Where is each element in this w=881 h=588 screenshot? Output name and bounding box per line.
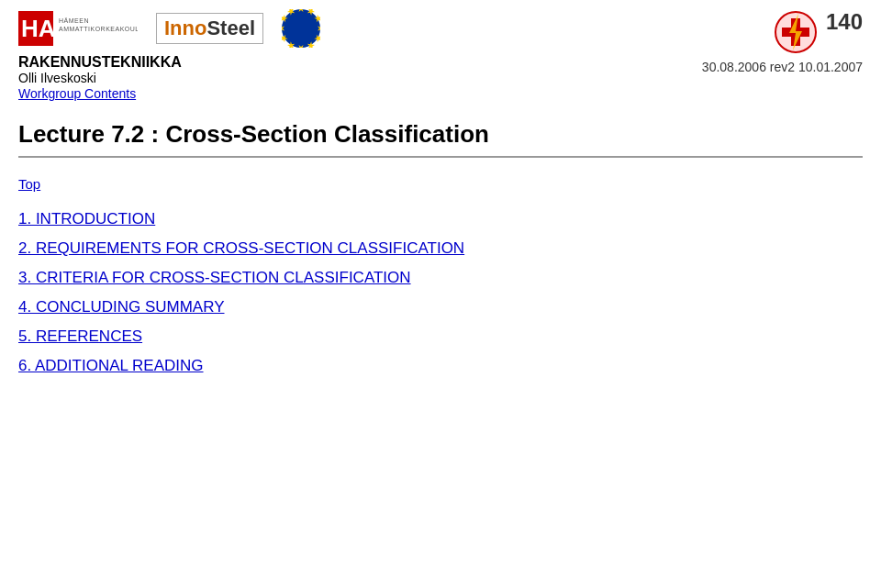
author-name: Olli Ilveskoski	[18, 71, 320, 85]
toc-item: 6. ADDITIONAL READING	[18, 357, 863, 375]
top-link[interactable]: Top	[18, 176, 40, 192]
toc-link[interactable]: 5. REFERENCES	[18, 327, 142, 345]
hamk-logo: HAMK HÄMEEN AMMATTIKORKEAKOULU	[18, 11, 138, 46]
page-header: HAMK HÄMEEN AMMATTIKORKEAKOULU InnoSteel	[0, 0, 881, 106]
toc-item: 5. REFERENCES	[18, 327, 863, 346]
header-right: 140 30.08.2006 rev2 10.01.2007	[702, 9, 863, 74]
innosteel-inno: Inno	[164, 17, 206, 39]
hamk-logo-svg: HAMK HÄMEEN AMMATTIKORKEAKOULU	[18, 11, 138, 46]
injury-icon-svg	[773, 9, 819, 55]
org-info: RAKENNUSTEKNIIKKA Olli Ilveskoski Workgr…	[18, 54, 320, 102]
date-info: 30.08.2006 rev2 10.01.2007	[702, 60, 863, 74]
table-of-contents: 1. INTRODUCTION2. REQUIREMENTS FOR CROSS…	[18, 210, 863, 375]
toc-link[interactable]: 2. REQUIREMENTS FOR CROSS-SECTION CLASSI…	[18, 239, 464, 257]
eu-flag-svg	[282, 9, 320, 48]
toc-link[interactable]: 6. ADDITIONAL READING	[18, 357, 204, 374]
workgroup-link[interactable]: Workgroup Contents	[18, 86, 136, 101]
toc-item: 4. CONCLUDING SUMMARY	[18, 298, 863, 316]
lecture-title-section: Lecture 7.2 : Cross-Section Classificati…	[0, 106, 881, 156]
toc-link[interactable]: 3. CRITERIA FOR CROSS-SECTION CLASSIFICA…	[18, 269, 411, 286]
main-content: Top 1. INTRODUCTION2. REQUIREMENTS FOR C…	[0, 158, 881, 405]
toc-item: 3. CRITERIA FOR CROSS-SECTION CLASSIFICA…	[18, 269, 863, 287]
header-left: HAMK HÄMEEN AMMATTIKORKEAKOULU InnoSteel	[18, 9, 320, 102]
lecture-title: Lecture 7.2 : Cross-Section Classificati…	[18, 120, 863, 149]
toc-link[interactable]: 4. CONCLUDING SUMMARY	[18, 298, 225, 316]
org-name: RAKENNUSTEKNIIKKA	[18, 54, 320, 71]
toc-link[interactable]: 1. INTRODUCTION	[18, 210, 155, 227]
svg-point-4	[282, 9, 320, 48]
logos-row: HAMK HÄMEEN AMMATTIKORKEAKOULU InnoSteel	[18, 9, 320, 48]
toc-item: 1. INTRODUCTION	[18, 210, 863, 228]
page-number: 140	[826, 9, 863, 35]
innosteel-steel: Steel	[206, 17, 255, 39]
medical-icon	[773, 9, 819, 55]
eu-flag	[282, 9, 320, 48]
innosteel-logo: InnoSteel	[156, 13, 263, 44]
toc-item: 2. REQUIREMENTS FOR CROSS-SECTION CLASSI…	[18, 239, 863, 258]
svg-text:HÄMEEN: HÄMEEN	[59, 17, 89, 24]
svg-text:AMMATTIKORKEAKOULU: AMMATTIKORKEAKOULU	[59, 26, 138, 32]
